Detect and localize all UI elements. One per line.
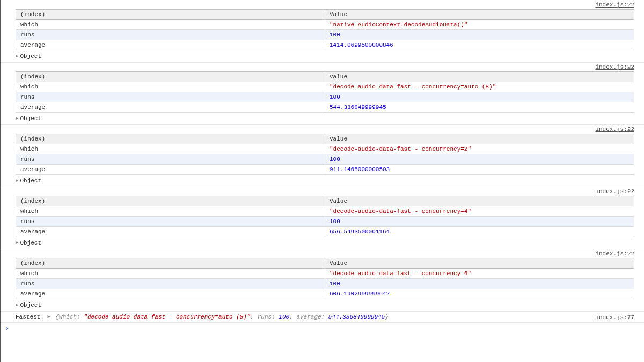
table-row: which "decode-audio-data-fast - concurre… (16, 144, 634, 154)
expand-icon[interactable]: ▶ (16, 53, 18, 59)
table-row: average 656.5493500001164 (16, 227, 634, 237)
source-link[interactable]: index.js:22 (595, 187, 634, 195)
console-table-entry: index.js:22 (index) Value which "decode-… (1, 187, 644, 249)
col-header-value: Value (325, 10, 634, 20)
object-expand-row[interactable]: ▶Object (1, 176, 644, 186)
table-row: which "decode-audio-data-fast - concurre… (16, 82, 634, 92)
console-table-entry: index.js:22 (index) Value which "decode-… (1, 249, 644, 312)
console-table: (index) Value which "decode-audio-data-f… (16, 196, 634, 237)
col-header-value: Value (325, 134, 634, 144)
console-table: (index) Value which "native AudioContext… (16, 9, 634, 50)
table-row: which "native AudioContext.decodeAudioDa… (16, 20, 634, 30)
expand-icon[interactable]: ▶ (16, 240, 18, 246)
row-key: average (16, 289, 325, 299)
row-value: "decode-audio-data-fast - concurrency=au… (325, 82, 634, 92)
col-header-index: (index) (16, 258, 325, 269)
row-value: 1414.0699500000846 (325, 40, 634, 50)
table-row: average 1414.0699500000846 (16, 40, 634, 50)
source-link[interactable]: index.js:22 (595, 249, 634, 257)
object-label: Object (20, 240, 41, 246)
source-link[interactable]: index.js:22 (595, 125, 634, 133)
row-value: 100 (325, 279, 634, 289)
row-key: which (16, 144, 325, 154)
source-link[interactable]: index.js:77 (595, 313, 634, 321)
row-key: average (16, 165, 325, 175)
row-value: 911.1465000000503 (325, 165, 634, 175)
col-header-index: (index) (16, 72, 325, 82)
col-header-value: Value (325, 258, 634, 269)
object-expand-row[interactable]: ▶Object (1, 300, 644, 310)
object-expand-row[interactable]: ▶Object (1, 114, 644, 123)
object-label: Object (20, 53, 41, 60)
row-key: runs (16, 92, 325, 102)
console-prompt[interactable]: › (1, 323, 644, 333)
fastest-prefix: Fastest: (16, 314, 47, 320)
row-value: "native AudioContext.decodeAudioData()" (325, 20, 634, 30)
table-row: runs 100 (16, 217, 634, 227)
row-key: runs (16, 154, 325, 165)
table-row: which "decode-audio-data-fast - concurre… (16, 206, 634, 217)
console-table-entry: index.js:22 (index) Value which "decode-… (1, 125, 644, 187)
col-header-index: (index) (16, 10, 325, 20)
table-row: runs 100 (16, 92, 634, 102)
row-key: which (16, 206, 325, 217)
object-expand-row[interactable]: ▶Object (1, 238, 644, 248)
col-header-value: Value (325, 72, 634, 82)
table-row: runs 100 (16, 30, 634, 40)
table-row: average 606.1902999999642 (16, 289, 634, 299)
row-value: 100 (325, 30, 634, 40)
row-key: runs (16, 30, 325, 40)
row-value: 544.336849999945 (325, 102, 634, 113)
row-key: which (16, 82, 325, 92)
row-value: "decode-audio-data-fast - concurrency=2" (325, 144, 634, 154)
console-table-entry: index.js:22 (index) Value which "decode-… (1, 63, 644, 125)
object-label: Object (20, 302, 41, 308)
row-value: 100 (325, 92, 634, 102)
object-expand-row[interactable]: ▶Object (1, 51, 644, 61)
row-key: runs (16, 279, 325, 289)
object-label: Object (20, 178, 41, 184)
source-link[interactable]: index.js:22 (595, 1, 634, 9)
table-row: average 544.336849999945 (16, 102, 634, 113)
col-header-index: (index) (16, 134, 325, 144)
table-row: runs 100 (16, 279, 634, 289)
col-header-value: Value (325, 196, 634, 206)
object-label: Object (20, 115, 41, 122)
table-row: which "decode-audio-data-fast - concurre… (16, 269, 634, 279)
row-value: 606.1902999999642 (325, 289, 634, 299)
console-table: (index) Value which "decode-audio-data-f… (16, 258, 634, 299)
row-key: runs (16, 217, 325, 227)
row-key: which (16, 269, 325, 279)
table-row: average 911.1465000000503 (16, 165, 634, 175)
row-key: average (16, 227, 325, 237)
console-log-fastest: Fastest: ▶ {which: "decode-audio-data-fa… (1, 312, 644, 323)
row-value: "decode-audio-data-fast - concurrency=4" (325, 206, 634, 217)
console-panel: index.js:22 (index) Value which "native … (0, 0, 644, 362)
expand-icon[interactable]: ▶ (47, 314, 50, 320)
expand-icon[interactable]: ▶ (16, 302, 18, 308)
expand-icon[interactable]: ▶ (16, 178, 18, 183)
row-key: average (16, 102, 325, 113)
source-link[interactable]: index.js:22 (595, 63, 634, 71)
row-value: "decode-audio-data-fast - concurrency=6" (325, 269, 634, 279)
row-key: which (16, 20, 325, 30)
console-table-entry: index.js:22 (index) Value which "native … (1, 1, 644, 63)
col-header-index: (index) (16, 196, 325, 206)
expand-icon[interactable]: ▶ (16, 115, 18, 121)
row-value: 656.5493500001164 (325, 227, 634, 237)
row-value: 100 (325, 217, 634, 227)
object-preview[interactable]: {which: "decode-audio-data-fast - concur… (55, 314, 389, 320)
table-row: runs 100 (16, 154, 634, 165)
row-value: 100 (325, 154, 634, 165)
console-table: (index) Value which "decode-audio-data-f… (16, 71, 634, 113)
row-key: average (16, 40, 325, 50)
console-table: (index) Value which "decode-audio-data-f… (16, 134, 634, 175)
